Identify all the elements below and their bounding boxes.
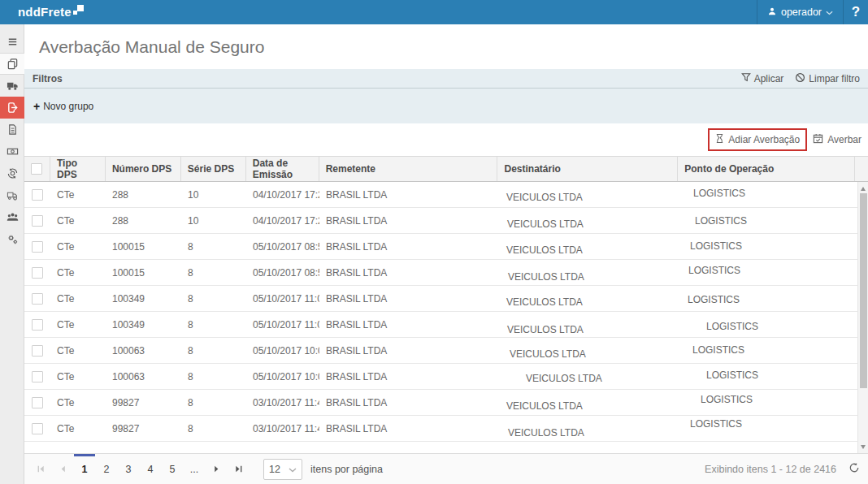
annotation-highlight-box: Adiar Averbação (708, 128, 807, 151)
column-header-remetente[interactable]: Remetente (319, 157, 498, 181)
row-checkbox[interactable] (32, 319, 43, 331)
page-button-5[interactable]: 5 (163, 454, 182, 484)
page-button-2[interactable]: 2 (97, 454, 116, 484)
sidebar-item-settings[interactable] (0, 228, 24, 250)
column-header-tipo-dps[interactable]: Tipo DPS (50, 157, 106, 181)
row-checkbox[interactable] (32, 215, 43, 227)
row-checkbox[interactable] (32, 267, 43, 279)
cell-numero-dps: 100349 (106, 293, 181, 305)
cell-data-emissao: 03/10/2017 11:47 (246, 397, 319, 408)
user-menu-label: operador (781, 6, 822, 18)
cell-numero-dps: 100015 (106, 241, 181, 253)
clear-filter-button[interactable]: Limpar filtro (795, 72, 860, 85)
table-row[interactable]: CTe 100349 8 05/10/2017 11:07 BRASIL LTD… (24, 286, 868, 312)
sidebar-item-fleet[interactable] (0, 184, 24, 206)
user-icon (767, 6, 777, 19)
row-checkbox-cell (24, 267, 50, 279)
cell-serie-dps: 8 (181, 267, 246, 279)
cell-ponto-operacao: LOGISTICS (682, 265, 859, 276)
table-row[interactable]: CTe 99827 8 03/10/2017 11:47 BRASIL LTDA… (24, 390, 868, 416)
cell-destinatario: VEICULOS LTDA (500, 192, 680, 203)
table-row[interactable]: CTe 100063 8 05/10/2017 10:06 BRASIL LTD… (24, 338, 868, 364)
cell-remetente: BRASIL LTDA (319, 241, 498, 253)
hourglass-icon (715, 133, 724, 146)
next-page-button[interactable] (206, 454, 226, 484)
row-checkbox[interactable] (32, 423, 43, 434)
money-icon (7, 145, 19, 158)
row-checkbox[interactable] (32, 371, 43, 382)
cell-tipo-dps: CTe (50, 371, 106, 382)
cell-ponto-operacao: LOGISTICS (684, 418, 861, 430)
refresh-button[interactable] (848, 462, 860, 476)
row-checkbox[interactable] (32, 293, 43, 305)
page-title: Averbação Manual de Seguro (39, 37, 264, 57)
table-row[interactable]: CTe 100015 8 05/10/2017 08:52 BRASIL LTD… (24, 260, 868, 286)
cell-tipo-dps: CTe (50, 267, 106, 279)
table-row[interactable]: CTe 100063 8 05/10/2017 10:06 BRASIL LTD… (24, 364, 868, 390)
scrollbar-thumb[interactable] (860, 193, 867, 388)
last-page-button[interactable] (228, 454, 248, 484)
app-window: nddFrete operador ? (0, 0, 868, 484)
cell-remetente: BRASIL LTDA (319, 371, 498, 382)
table-row[interactable]: CTe 288 10 04/10/2017 17:26 BRASIL LTDA … (24, 208, 868, 234)
column-header-numero-dps[interactable]: Número DPS (106, 157, 181, 181)
row-checkbox-cell (24, 397, 50, 408)
row-checkbox[interactable] (32, 345, 43, 357)
table-row[interactable]: CTe 100015 8 05/10/2017 08:52 BRASIL LTD… (24, 234, 868, 260)
user-menu[interactable]: operador (757, 0, 843, 24)
page-button-1[interactable]: 1 (75, 454, 94, 484)
column-header-serie-dps[interactable]: Série DPS (181, 157, 246, 181)
row-checkbox[interactable] (32, 189, 43, 201)
apply-filter-button[interactable]: Aplicar (741, 72, 784, 84)
first-page-button[interactable] (31, 454, 50, 484)
row-checkbox[interactable] (32, 397, 43, 408)
help-icon: ? (852, 4, 860, 20)
endorse-button[interactable]: Averbar (813, 133, 861, 146)
cell-tipo-dps: CTe (50, 423, 106, 434)
sidebar-item-users[interactable] (0, 206, 24, 228)
sidebar-item-averbacao[interactable] (0, 97, 24, 119)
sidebar-item-financial[interactable] (0, 162, 24, 184)
cell-ponto-operacao: LOGISTICS (700, 321, 868, 332)
page-button-3[interactable]: 3 (119, 454, 138, 484)
page-button-4[interactable]: 4 (141, 454, 160, 484)
table-row[interactable]: CTe 100349 8 05/10/2017 11:07 BRASIL LTD… (24, 312, 868, 338)
cell-data-emissao: 05/10/2017 10:06 (246, 345, 319, 357)
cell-serie-dps: 8 (181, 423, 246, 434)
scroll-up-arrow[interactable] (858, 184, 868, 193)
cell-destinatario: VEICULOS LTDA (501, 271, 682, 283)
sidebar-item-billing[interactable] (0, 140, 24, 162)
table-row[interactable]: CTe 288 10 04/10/2017 17:26 BRASIL LTDA … (24, 182, 868, 208)
sidebar-item-menu[interactable] (0, 31, 24, 53)
postpone-endorsement-button[interactable]: Adiar Averbação (715, 133, 800, 146)
page-size-select[interactable]: 12 (263, 459, 302, 480)
table-row[interactable]: CTe 99827 8 03/10/2017 11:47 BRASIL LTDA… (24, 416, 868, 442)
row-checkbox-cell (24, 371, 50, 382)
grid-toolbar: Adiar Averbação Averbar (24, 123, 868, 156)
previous-page-button[interactable] (53, 454, 72, 484)
cell-destinatario: VEICULOS LTDA (500, 296, 680, 308)
app-logo-text: nddFrete (18, 5, 72, 19)
copy-icon (7, 58, 19, 70)
select-all-checkbox[interactable] (31, 163, 42, 175)
cell-serie-dps: 8 (181, 371, 246, 382)
scroll-down-arrow[interactable] (858, 442, 868, 452)
column-header-data-emissao[interactable]: Data de Emissão (246, 157, 319, 181)
row-checkbox-cell (24, 215, 50, 227)
column-header-ponto-operacao[interactable]: Ponto de Operação (678, 157, 855, 181)
sidebar-item-transport[interactable] (0, 75, 24, 97)
new-group-button[interactable]: + Novo grupo (33, 101, 93, 112)
column-header-destinatario[interactable]: Destinatário (497, 157, 678, 181)
more-pages-button[interactable]: ... (184, 454, 204, 484)
row-checkbox-cell (24, 423, 50, 434)
row-checkbox[interactable] (32, 241, 43, 253)
export-icon (7, 102, 19, 114)
sidebar-item-documents[interactable] (0, 53, 24, 75)
users-icon (7, 211, 19, 223)
main-content: Averbação Manual de Seguro Filtros Aplic… (24, 24, 868, 484)
cell-tipo-dps: CTe (50, 215, 106, 227)
sidebar-item-dps[interactable] (0, 119, 24, 140)
table-rows: CTe 288 10 04/10/2017 17:26 BRASIL LTDA … (24, 182, 868, 442)
cell-tipo-dps: CTe (50, 241, 106, 253)
help-button[interactable]: ? (843, 0, 868, 24)
